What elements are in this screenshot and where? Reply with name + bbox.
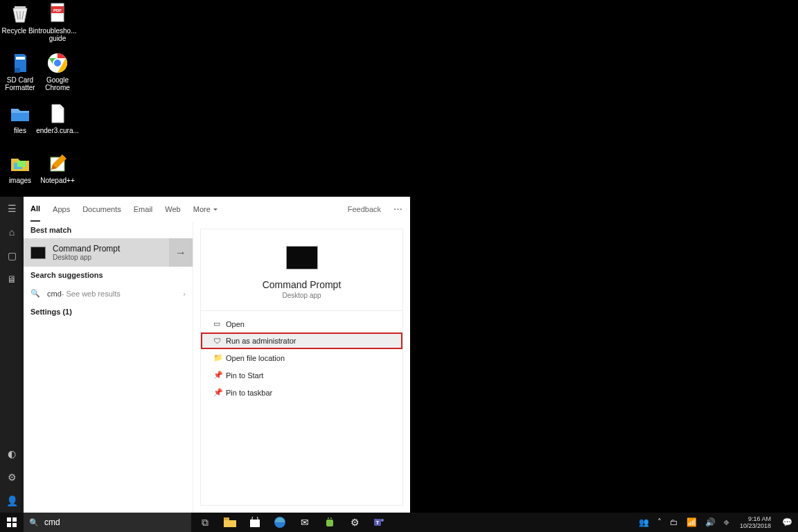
battery-icon[interactable]: 🗀 xyxy=(670,517,678,527)
settings-gear-icon[interactable]: ⚙ xyxy=(0,466,24,489)
tab-email[interactable]: Email xyxy=(134,197,153,222)
android-icon[interactable] xyxy=(319,513,341,532)
home-icon[interactable]: ⌂ xyxy=(0,220,24,244)
section-settings: Settings (1) xyxy=(24,303,193,320)
sd-card-icon xyxy=(8,51,32,75)
search-input[interactable] xyxy=(44,517,186,527)
suggestion-query: cmd xyxy=(47,290,62,298)
desktop-icon-label: files xyxy=(14,127,26,134)
action-run-as-admin[interactable]: 🛡 Run as administrator xyxy=(201,332,402,349)
system-tray: 👥 ˄ 🗀 📶 🔊 ⎆ 9:16 AM 10/23/2018 💬 xyxy=(633,513,798,532)
desktop-icon-label: troublesho... guide xyxy=(38,27,76,42)
action-label: Open xyxy=(226,320,245,328)
search-icon: 🔍 xyxy=(30,289,40,298)
notepad-icon xyxy=(46,152,69,175)
devices-icon[interactable]: 🖥 xyxy=(0,267,24,291)
xbox-icon[interactable]: ◐ xyxy=(0,442,24,466)
desktop-icon-files[interactable]: files xyxy=(1,102,39,134)
action-center-icon[interactable]: 💬 xyxy=(782,517,792,527)
desktop-icon-pdf-guide[interactable]: PDF troublesho... guide xyxy=(39,2,76,42)
action-open-location[interactable]: 📁 Open file location xyxy=(201,349,402,366)
search-icon: 🔍 xyxy=(29,518,39,527)
best-match-result[interactable]: Command Prompt Desktop app → xyxy=(24,238,193,267)
svg-point-22 xyxy=(381,519,384,522)
desktop-icon-label: Google Chrome xyxy=(39,76,76,91)
start-button[interactable] xyxy=(0,513,24,532)
mail-icon[interactable]: ✉ xyxy=(294,513,316,532)
pdf-icon: PDF xyxy=(46,2,69,26)
desktop-icon-chrome[interactable]: Google Chrome xyxy=(39,51,76,91)
result-preview-pane: Command Prompt Desktop app ▭ Open 🛡 Run … xyxy=(193,222,410,513)
desktop-icon-label: images xyxy=(9,177,31,184)
svg-rect-15 xyxy=(250,520,260,527)
svg-rect-17 xyxy=(326,520,333,526)
feedback-link[interactable]: Feedback xyxy=(348,205,381,213)
desktop-icon-label: Notepad++ xyxy=(40,177,75,184)
folder-location-icon: 📁 xyxy=(213,353,226,362)
desktop-icon-label: ender3.cura... xyxy=(36,127,79,134)
action-label: Run as administrator xyxy=(226,337,296,345)
web-suggestion[interactable]: 🔍 cmd - See web results › xyxy=(24,283,193,303)
svg-rect-12 xyxy=(7,523,11,527)
action-label: Pin to taskbar xyxy=(226,389,272,397)
desktop-icon-sd-formatter[interactable]: SD Card Formatter xyxy=(1,51,39,91)
tab-all[interactable]: All xyxy=(30,197,40,222)
folder-images-icon xyxy=(8,152,32,175)
svg-point-19 xyxy=(330,517,332,519)
desktop-icon-label: Recycle Bin xyxy=(2,27,39,35)
tab-more[interactable]: More xyxy=(193,197,218,222)
task-view-icon[interactable]: ⧉ xyxy=(194,513,216,532)
desktop-icon-recycle-bin[interactable]: Recycle Bin xyxy=(1,2,39,35)
svg-rect-13 xyxy=(12,523,17,527)
start-left-rail: ☰ ⌂ ▢ 🖥 ◐ ⚙ 👤 xyxy=(0,197,24,513)
pin-taskbar-icon: 📌 xyxy=(213,388,226,397)
tab-documents[interactable]: Documents xyxy=(82,197,121,222)
desktop-icon-images[interactable]: images xyxy=(1,152,39,184)
teams-icon[interactable]: T xyxy=(369,513,391,532)
preview-subtitle: Desktop app xyxy=(282,292,321,299)
chevron-right-icon: › xyxy=(183,290,186,298)
open-icon: ▭ xyxy=(213,319,226,328)
tab-apps[interactable]: Apps xyxy=(53,197,70,222)
recycle-bin-icon xyxy=(8,2,32,26)
pin-start-icon: 📌 xyxy=(213,371,226,380)
desktop-icon-cura-file[interactable]: ender3.cura... xyxy=(39,102,76,134)
user-icon[interactable]: 👤 xyxy=(0,489,24,513)
store-icon[interactable] xyxy=(244,513,266,532)
edge-icon[interactable] xyxy=(269,513,291,532)
wifi-icon[interactable]: 📶 xyxy=(686,517,697,527)
svg-rect-14 xyxy=(224,517,229,520)
taskbar-search-box[interactable]: 🔍 xyxy=(24,513,191,532)
svg-text:T: T xyxy=(376,520,380,526)
display-connect-icon[interactable]: ⎆ xyxy=(724,517,729,527)
hamburger-icon[interactable]: ☰ xyxy=(0,197,24,220)
expand-arrow-icon[interactable]: → xyxy=(169,238,193,267)
svg-rect-3 xyxy=(16,57,25,60)
tray-chevron-up-icon[interactable]: ˄ xyxy=(657,517,662,527)
svg-point-6 xyxy=(53,59,62,67)
taskbar-clock[interactable]: 9:16 AM 10/23/2018 xyxy=(737,515,774,529)
svg-rect-8 xyxy=(17,161,26,167)
action-label: Open file location xyxy=(226,354,285,362)
section-suggestions: Search suggestions xyxy=(24,267,193,283)
settings-icon[interactable]: ⚙ xyxy=(344,513,366,532)
tab-web[interactable]: Web xyxy=(165,197,180,222)
more-options-icon[interactable]: ⋯ xyxy=(393,204,403,214)
search-filter-tabs: All Apps Documents Email Web More Feedba… xyxy=(24,197,410,222)
file-explorer-icon[interactable] xyxy=(219,513,241,532)
svg-text:PDF: PDF xyxy=(53,8,62,12)
svg-rect-11 xyxy=(12,517,17,522)
desktop-icon-notepadpp[interactable]: Notepad++ xyxy=(39,152,76,184)
preview-card: Command Prompt Desktop app ▭ Open 🛡 Run … xyxy=(200,229,403,506)
taskbar: 🔍 ⧉ ✉ ⚙ T 👥 ˄ 🗀 📶 🔊 ⎆ 9:16 AM 10/23/201 xyxy=(0,513,798,532)
cmd-large-icon xyxy=(286,246,318,269)
people-icon[interactable]: 👥 xyxy=(639,517,649,527)
taskbar-pinned-apps: ⧉ ✉ ⚙ T xyxy=(194,513,391,532)
suggestion-hint: - See web results xyxy=(62,290,121,298)
chrome-icon xyxy=(46,51,69,75)
notebook-icon[interactable]: ▢ xyxy=(0,244,24,267)
action-pin-start[interactable]: 📌 Pin to Start xyxy=(201,366,402,384)
volume-icon[interactable]: 🔊 xyxy=(705,517,716,527)
action-open[interactable]: ▭ Open xyxy=(201,315,402,332)
action-pin-taskbar[interactable]: 📌 Pin to taskbar xyxy=(201,384,402,401)
